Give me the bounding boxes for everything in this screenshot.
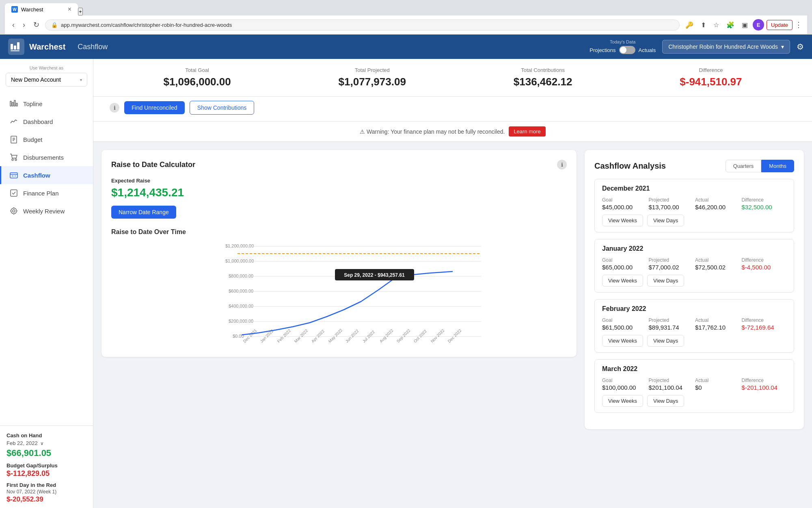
topline-label: Topline — [23, 100, 43, 107]
total-goal-value: $1,096,000.00 — [163, 76, 231, 88]
goal-col: Goal $100,000.00 — [602, 378, 647, 391]
learn-more-button[interactable]: Learn more — [509, 126, 545, 137]
today-data-label: Today's Data — [590, 39, 656, 44]
sidebar-item-dashboard[interactable]: Dashboard — [0, 113, 93, 130]
sidebar-item-cashflow[interactable]: Cashflow — [0, 166, 93, 184]
svg-text:Apr 2022: Apr 2022 — [311, 329, 326, 344]
account-selector[interactable]: Christopher Robin for Hundred Acre Woods… — [662, 40, 790, 54]
view-weeks-button-3[interactable]: View Weeks — [602, 395, 643, 407]
back-button[interactable]: ‹ — [10, 19, 17, 31]
close-tab-button[interactable]: × — [68, 6, 71, 13]
view-weeks-button-1[interactable]: View Weeks — [602, 275, 643, 287]
svg-text:Aug 2022: Aug 2022 — [379, 328, 394, 343]
projections-actuals-toggle[interactable] — [619, 46, 635, 54]
sidebar-item-finance-plan[interactable]: Finance Plan — [0, 184, 93, 202]
month-cols: Goal $100,000.00 Projected $201,100.04 A… — [602, 378, 786, 391]
stats-row: Total Goal $1,096,000.00 Total Projected… — [93, 59, 812, 97]
months-button[interactable]: Months — [761, 160, 794, 172]
view-days-button-1[interactable]: View Days — [647, 275, 684, 287]
actual-col: Actual $0 — [695, 378, 740, 391]
difference-value: $-201,100.04 — [742, 384, 787, 391]
svg-text:Sep 2022: Sep 2022 — [396, 328, 411, 343]
weekly-review-icon — [9, 207, 18, 215]
svg-text:Nov 2022: Nov 2022 — [430, 328, 445, 343]
goal-value: $65,000.00 — [602, 264, 647, 271]
new-tab-button[interactable]: + — [78, 8, 83, 15]
month-name: December 2021 — [595, 179, 794, 195]
month-body: Goal $65,000.00 Projected $77,000.02 Act… — [595, 255, 794, 292]
today-data: Today's Data Projections Actuals — [590, 39, 656, 54]
forward-button[interactable]: › — [20, 19, 28, 31]
svg-rect-0 — [11, 44, 13, 50]
view-weeks-button-2[interactable]: View Weeks — [602, 335, 643, 347]
extensions-icon[interactable]: 🧩 — [724, 20, 737, 30]
view-weeks-button-0[interactable]: View Weeks — [602, 215, 643, 226]
settings-icon[interactable]: ⚙ — [797, 42, 804, 52]
find-unreconciled-button[interactable]: Find Unreconciled — [124, 101, 185, 114]
app-logo: Warchest — [8, 39, 65, 55]
sidebar-item-disbursements[interactable]: Disbursements — [0, 148, 93, 166]
active-tab[interactable]: W Warchest × — [5, 3, 78, 15]
svg-rect-7 — [16, 103, 17, 106]
sidebar-item-weekly-review[interactable]: Weekly Review — [0, 202, 93, 220]
month-cols: Goal $45,000.00 Projected $13,700.00 Act… — [602, 197, 786, 211]
share-icon[interactable]: ⬆ — [698, 20, 708, 30]
difference-col: Difference $-201,100.04 — [742, 378, 787, 391]
goal-value: $61,500.00 — [602, 324, 647, 331]
difference-col: Difference $-4,500.00 — [742, 257, 787, 271]
view-days-button-3[interactable]: View Days — [647, 395, 684, 407]
difference-col: Difference $32,500.00 — [742, 197, 787, 211]
total-goal-label: Total Goal — [163, 67, 231, 73]
app-section: Cashflow — [78, 43, 108, 51]
info-icon[interactable]: ℹ — [110, 103, 119, 113]
svg-text:$1,200,000.00: $1,200,000.00 — [225, 243, 254, 248]
svg-rect-3 — [11, 50, 19, 51]
browser-chrome: W Warchest × + ‹ › ↻ 🔒 app.mywarchest.co… — [0, 0, 812, 35]
total-contributions-stat: Total Contributions $136,462.12 — [514, 67, 572, 88]
view-days-button-2[interactable]: View Days — [647, 335, 684, 347]
reload-button[interactable]: ↻ — [31, 19, 42, 31]
cashflow-label: Cashflow — [23, 172, 50, 179]
cash-date-row[interactable]: Feb 22, 2022 ∨ — [6, 440, 86, 446]
sidebar-card: Cash on Hand Feb 22, 2022 ∨ $66,901.05 B… — [0, 426, 93, 508]
goal-col: Goal $65,000.00 — [602, 257, 647, 271]
difference-value: $-72,169.64 — [742, 324, 787, 331]
svg-text:$600,000.00: $600,000.00 — [229, 289, 253, 293]
user-avatar[interactable]: E — [753, 19, 764, 30]
key-icon[interactable]: 🔑 — [683, 20, 696, 30]
main-content: Total Goal $1,096,000.00 Total Projected… — [93, 59, 812, 508]
account-dropdown[interactable]: New Demo Account ▾ — [6, 73, 87, 87]
address-bar[interactable]: 🔒 app.mywarchest.com/cashflow/christophe… — [45, 20, 680, 30]
calculator-info-icon[interactable]: ℹ — [557, 160, 567, 169]
cashflow-icon — [9, 171, 18, 179]
total-goal-stat: Total Goal $1,096,000.00 — [163, 67, 231, 88]
budget-label: Budget — [23, 136, 43, 143]
tab-title: Warchest — [21, 7, 43, 13]
goal-col: Goal $45,000.00 — [602, 197, 647, 211]
month-actions: View Weeks View Days — [602, 215, 786, 226]
show-contributions-button[interactable]: Show Contributions — [190, 101, 254, 115]
sidebar-item-budget[interactable]: Budget — [0, 130, 93, 148]
view-days-button-0[interactable]: View Days — [647, 215, 684, 226]
svg-text:Sep 29, 2022 - $943,257.61: Sep 29, 2022 - $943,257.61 — [344, 272, 405, 278]
disbursements-icon — [9, 153, 18, 161]
total-contributions-label: Total Contributions — [514, 67, 572, 73]
expected-raise-label: Expected Raise — [111, 178, 567, 184]
layout-icon[interactable]: ▣ — [739, 20, 750, 30]
app-container: Warchest Cashflow Today's Data Projectio… — [0, 35, 812, 508]
warning-banner: ⚠ Warning: Your finance plan may not be … — [93, 122, 812, 142]
sidebar-item-topline[interactable]: Topline — [0, 95, 93, 113]
svg-text:May 2022: May 2022 — [328, 328, 343, 343]
actual-col: Actual $72,500.02 — [695, 257, 740, 271]
analysis-header: Cashflow Analysis Quarters Months — [594, 160, 794, 172]
svg-text:Dec 2021: Dec 2021 — [242, 328, 258, 343]
narrow-date-range-button[interactable]: Narrow Date Range — [111, 206, 176, 219]
difference-value: $-4,500.00 — [742, 264, 787, 271]
quarters-button[interactable]: Quarters — [726, 160, 762, 172]
weekly-review-label: Weekly Review — [23, 208, 65, 215]
projected-col: Projected $201,100.04 — [649, 378, 694, 391]
update-button[interactable]: Update — [767, 20, 793, 30]
menu-dots-icon[interactable]: ⋮ — [795, 20, 802, 29]
svg-rect-5 — [12, 102, 13, 106]
bookmark-icon[interactable]: ☆ — [711, 20, 721, 30]
